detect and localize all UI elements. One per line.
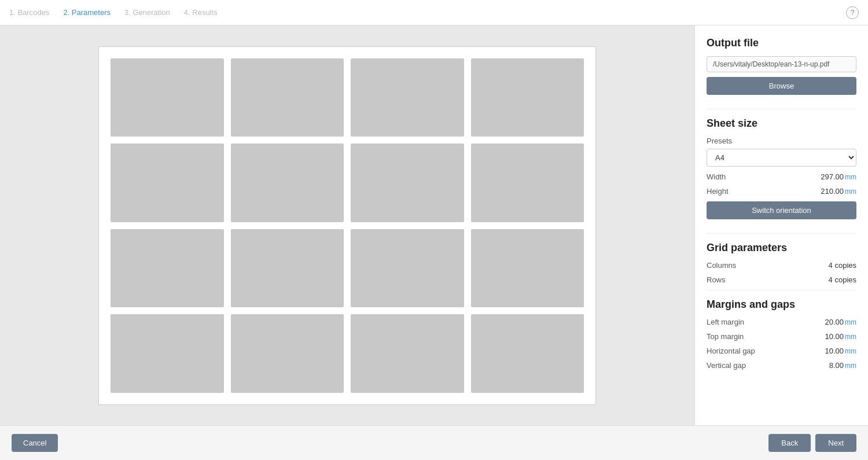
barcode-cell [111, 229, 224, 308]
bottom-right-buttons: Back Next [768, 434, 856, 452]
barcode-cell [471, 229, 584, 308]
browse-button[interactable]: Browse [707, 77, 856, 95]
sheet-size-section: Sheet size Presets A4 A3 Letter Legal Wi… [707, 117, 856, 231]
wizard-steps: 1. Barcodes 2. Parameters 3. Generation … [9, 8, 218, 17]
step-results: 4. Results [184, 8, 218, 17]
preview-area [0, 25, 694, 425]
presets-label: Presets [707, 137, 856, 145]
help-icon[interactable]: ? [846, 6, 859, 19]
switch-orientation-button[interactable]: Switch orientation [707, 201, 856, 219]
step-barcodes: 1. Barcodes [9, 8, 49, 17]
main-content: Output file /Users/vitaly/Desktop/ean-13… [0, 25, 868, 425]
top-navigation: 1. Barcodes 2. Parameters 3. Generation … [0, 0, 868, 25]
barcode-cell [231, 58, 344, 137]
rows-row: Rows 4 copies [707, 275, 856, 284]
margins-gaps-title: Margins and gaps [707, 299, 856, 311]
top-margin-row: Top margin 10.00mm [707, 332, 856, 341]
barcode-cell [111, 58, 224, 137]
step-parameters: 2. Parameters [63, 8, 111, 17]
grid-parameters-title: Grid parameters [707, 242, 856, 254]
left-margin-row: Left margin 20.00mm [707, 318, 856, 326]
rows-value: 4 copies [829, 275, 856, 284]
width-value: 297.00mm [821, 172, 856, 181]
vertical-gap-label: Vertical gap [707, 361, 746, 370]
barcode-cell [471, 314, 584, 393]
output-file-title: Output file [707, 37, 856, 49]
bottom-bar: Cancel Back Next [0, 425, 868, 460]
horizontal-gap-value: 10.00mm [825, 347, 856, 355]
cancel-button[interactable]: Cancel [12, 434, 58, 452]
horizontal-gap-label: Horizontal gap [707, 347, 755, 355]
barcode-cell [231, 314, 344, 393]
barcode-cell [351, 229, 464, 308]
next-button[interactable]: Next [815, 434, 856, 452]
barcode-cell [231, 229, 344, 308]
height-row: Height 210.00mm [707, 187, 856, 196]
barcode-cell [351, 58, 464, 137]
right-panel: Output file /Users/vitaly/Desktop/ean-13… [694, 25, 868, 425]
left-margin-value: 20.00mm [825, 318, 856, 326]
columns-value: 4 copies [829, 261, 856, 270]
preset-select[interactable]: A4 A3 Letter Legal [707, 149, 856, 167]
left-margin-label: Left margin [707, 318, 744, 326]
horizontal-gap-row: Horizontal gap 10.00mm [707, 347, 856, 355]
barcode-cell [111, 143, 224, 222]
margins-gaps-section: Margins and gaps Left margin 20.00mm Top… [707, 299, 856, 370]
barcode-grid [111, 58, 584, 393]
back-button[interactable]: Back [768, 434, 811, 452]
top-margin-label: Top margin [707, 332, 744, 341]
height-value: 210.00mm [821, 187, 856, 196]
step-generation: 3. Generation [124, 8, 170, 17]
height-label: Height [707, 187, 729, 196]
vertical-gap-row: Vertical gap 8.00mm [707, 361, 856, 370]
barcode-cell [471, 58, 584, 137]
top-margin-value: 10.00mm [825, 332, 856, 341]
columns-label: Columns [707, 261, 736, 270]
paper-preview [98, 46, 596, 405]
width-label: Width [707, 172, 726, 181]
rows-label: Rows [707, 275, 726, 284]
barcode-cell [111, 314, 224, 393]
output-file-path: /Users/vitaly/Desktop/ean-13-n-up.pdf [707, 56, 856, 72]
grid-parameters-section: Grid parameters Columns 4 copies Rows 4 … [707, 242, 856, 284]
sheet-size-title: Sheet size [707, 117, 856, 130]
vertical-gap-value: 8.00mm [829, 361, 856, 370]
barcode-cell [471, 143, 584, 222]
barcode-cell [231, 143, 344, 222]
width-row: Width 297.00mm [707, 172, 856, 181]
columns-row: Columns 4 copies [707, 261, 856, 270]
barcode-cell [351, 314, 464, 393]
barcode-cell [351, 143, 464, 222]
output-file-section: Output file /Users/vitaly/Desktop/ean-13… [707, 37, 856, 106]
